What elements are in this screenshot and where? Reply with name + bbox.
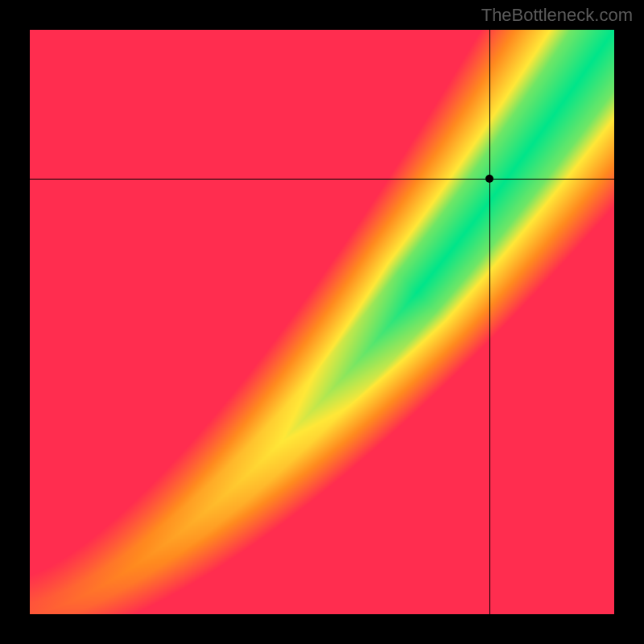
crosshair-horizontal xyxy=(30,179,614,180)
crosshair-vertical xyxy=(489,30,490,614)
heatmap-canvas xyxy=(30,30,614,614)
watermark-text: TheBottleneck.com xyxy=(481,5,633,26)
heatmap-plot xyxy=(30,30,614,614)
